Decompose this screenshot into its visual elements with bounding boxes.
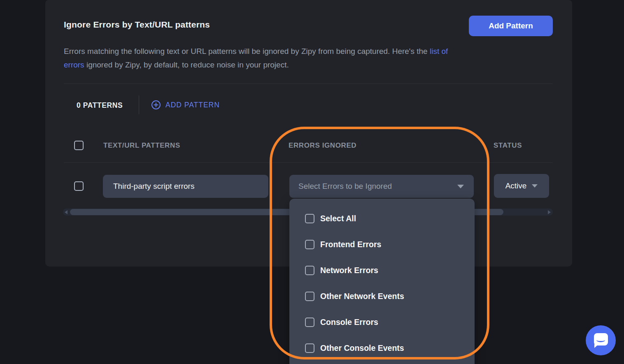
dropdown-option-other-console-events[interactable]: Other Console Events bbox=[289, 335, 475, 361]
errors-ignored-placeholder: Select Errors to be Ignored bbox=[298, 182, 392, 191]
option-checkbox[interactable] bbox=[305, 343, 314, 353]
option-label: Frontend Errors bbox=[320, 240, 381, 249]
description-text-2: ignored by Zipy, by default, to reduce n… bbox=[84, 60, 289, 69]
select-all-rows-checkbox[interactable] bbox=[74, 141, 84, 150]
chat-launcher-button[interactable] bbox=[586, 325, 616, 355]
option-label: Other Console Events bbox=[320, 343, 404, 353]
list-of-errors-link-part1[interactable]: list of bbox=[430, 47, 448, 56]
page-title: Ignore Errors by Text/URL patterns bbox=[64, 20, 210, 30]
settings-screen: Ignore Errors by Text/URL patterns Add P… bbox=[0, 0, 624, 364]
plus-circle-icon bbox=[151, 100, 161, 110]
add-pattern-button[interactable]: Add Pattern bbox=[469, 16, 553, 36]
option-checkbox[interactable] bbox=[305, 292, 314, 301]
option-checkbox[interactable] bbox=[305, 318, 314, 327]
dropdown-option-select-all[interactable]: Select All bbox=[289, 206, 475, 232]
option-label: Console Errors bbox=[320, 318, 378, 327]
chevron-down-icon bbox=[532, 184, 538, 188]
dropdown-option-frontend-errors[interactable]: Frontend Errors bbox=[289, 232, 475, 257]
toolbar-separator bbox=[139, 95, 139, 114]
pattern-text-input[interactable]: Third-party script errors bbox=[103, 175, 268, 198]
add-pattern-link-label: ADD PATTERN bbox=[165, 101, 220, 109]
pattern-text-value: Third-party script errors bbox=[113, 182, 194, 191]
section-divider bbox=[64, 83, 553, 84]
option-label: Other Network Events bbox=[320, 292, 404, 301]
chevron-down-icon bbox=[457, 185, 464, 188]
scroll-left-arrow-icon[interactable] bbox=[65, 210, 68, 214]
option-label: Select All bbox=[320, 214, 356, 223]
dropdown-option-console-errors[interactable]: Console Errors bbox=[289, 309, 475, 335]
option-checkbox[interactable] bbox=[305, 240, 314, 249]
row-checkbox[interactable] bbox=[74, 181, 84, 191]
dropdown-option-network-errors[interactable]: Network Errors bbox=[289, 257, 475, 283]
status-value: Active bbox=[505, 181, 527, 190]
dropdown-option-other-network-events[interactable]: Other Network Events bbox=[289, 283, 475, 309]
column-header-status: STATUS bbox=[494, 141, 522, 150]
option-checkbox[interactable] bbox=[305, 214, 314, 223]
list-of-errors-link-part2[interactable]: errors bbox=[64, 60, 84, 69]
errors-ignored-select[interactable]: Select Errors to be Ignored bbox=[289, 175, 474, 198]
column-header-errors-ignored: ERRORS IGNORED bbox=[289, 141, 356, 150]
errors-ignored-dropdown-panel: Select All Frontend Errors Network Error… bbox=[289, 199, 475, 364]
patterns-count-label: 0 PATTERNS bbox=[77, 101, 123, 110]
description-text-1: Errors matching the following text or UR… bbox=[64, 47, 430, 56]
table-header-divider bbox=[64, 162, 553, 163]
status-select[interactable]: Active bbox=[494, 174, 549, 198]
option-checkbox[interactable] bbox=[305, 266, 314, 275]
column-header-patterns: TEXT/URL PATTERNS bbox=[103, 141, 180, 150]
scroll-right-arrow-icon[interactable] bbox=[548, 210, 551, 214]
add-pattern-link[interactable]: ADD PATTERN bbox=[151, 100, 220, 110]
card-description: Errors matching the following text or UR… bbox=[64, 44, 541, 72]
option-label: Network Errors bbox=[320, 266, 378, 275]
